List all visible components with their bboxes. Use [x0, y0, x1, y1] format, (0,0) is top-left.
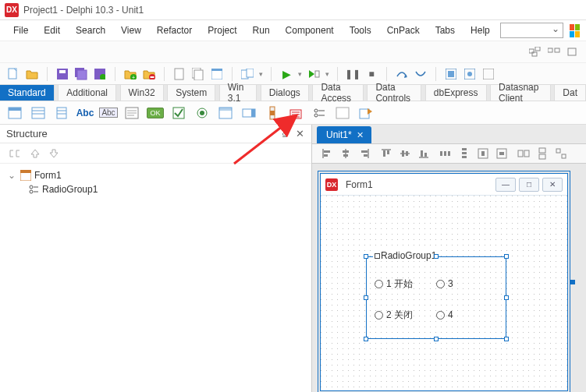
palette-scrollbar-icon[interactable]: [264, 104, 281, 122]
tree-node-radiogroup[interactable]: RadioGroup1: [28, 182, 304, 196]
palette-label-icon[interactable]: Abc: [76, 104, 94, 122]
menu-refactor[interactable]: Refactor: [150, 22, 199, 39]
palette-edit-icon[interactable]: Abc: [100, 104, 117, 122]
align-hcenter-icon[interactable]: [339, 147, 353, 161]
tab-datasnap-client[interactable]: Datasnap Client: [491, 85, 551, 101]
svg-text:+: +: [132, 75, 135, 79]
cnpack-extra-icon[interactable]: [481, 67, 495, 81]
open-folder-icon[interactable]: [25, 67, 39, 81]
same-size-icon[interactable]: [554, 147, 568, 161]
move-up-icon[interactable]: [30, 148, 41, 159]
menu-file[interactable]: File: [6, 22, 35, 39]
tab-system[interactable]: System: [168, 85, 215, 101]
pause-icon[interactable]: ❚❚: [346, 67, 360, 81]
palette-combobox-icon[interactable]: [240, 104, 257, 122]
menu-project[interactable]: Project: [201, 22, 243, 39]
align-left-icon[interactable]: [320, 147, 334, 161]
desktops-icon[interactable]: [528, 45, 542, 59]
tab-dbexpress[interactable]: dbExpress: [426, 85, 487, 101]
tab-unit1[interactable]: Unit1* ✕: [317, 126, 371, 143]
component-tabs: Standard Additional Win32 System Win 3.1…: [0, 84, 586, 101]
svg-point-30: [467, 72, 472, 76]
add-file-icon[interactable]: +: [123, 67, 137, 81]
expand-tree-icon[interactable]: [8, 148, 22, 159]
tree-collapse-icon[interactable]: ⌄: [8, 170, 17, 181]
run-dropdown-icon[interactable]: ▾: [298, 70, 302, 78]
center-v-form-icon[interactable]: [495, 147, 509, 161]
run-icon[interactable]: ▶: [279, 67, 293, 81]
palette-button-icon[interactable]: OK: [147, 104, 164, 122]
tab-data-access[interactable]: Data Access: [313, 85, 363, 101]
tab-dialogs[interactable]: Dialogs: [261, 85, 309, 101]
menu-view[interactable]: View: [114, 22, 148, 39]
svg-rect-48: [219, 108, 232, 111]
close-icon[interactable]: ✕: [294, 128, 305, 139]
stop-icon[interactable]: ■: [364, 67, 378, 81]
form-resize-handle-e[interactable]: [570, 280, 575, 284]
toggle-form-unit-icon[interactable]: [240, 67, 254, 81]
space-v-icon[interactable]: [457, 147, 471, 161]
remove-file-icon[interactable]: [142, 67, 156, 81]
align-bottom-icon[interactable]: [417, 147, 431, 161]
menu-cnpack[interactable]: CnPack: [380, 22, 427, 39]
svg-rect-97: [481, 151, 485, 156]
save-project-icon[interactable]: [93, 67, 107, 81]
center-h-form-icon[interactable]: [476, 147, 490, 161]
cnpack-wizard-icon[interactable]: [444, 67, 458, 81]
palette-popupmenu-icon[interactable]: [53, 104, 70, 122]
tab-win31[interactable]: Win 3.1: [220, 85, 257, 101]
svg-rect-61: [336, 108, 349, 118]
palette-memo-icon[interactable]: [123, 104, 140, 122]
align-top-icon[interactable]: [379, 147, 393, 161]
form-list-icon[interactable]: [210, 67, 224, 81]
menu-search[interactable]: Search: [69, 22, 112, 39]
step-over-icon[interactable]: [395, 67, 409, 81]
align-vcenter-icon[interactable]: [398, 147, 412, 161]
same-width-icon[interactable]: [517, 147, 531, 161]
palette-listbox-icon[interactable]: [217, 104, 234, 122]
new-unit-icon[interactable]: [172, 67, 186, 81]
tab-standard[interactable]: Standard: [0, 85, 55, 101]
windows-platform-icon[interactable]: [570, 24, 580, 37]
menu-tabs[interactable]: Tabs: [428, 22, 462, 39]
palette-panel-icon[interactable]: [334, 104, 351, 122]
run-nodebug-icon[interactable]: [307, 67, 321, 81]
space-h-icon[interactable]: [439, 147, 453, 161]
pin-icon[interactable]: ⫃: [279, 128, 289, 139]
palette-radiogroup-icon[interactable]: [311, 104, 328, 122]
menu-edit[interactable]: Edit: [37, 22, 67, 39]
new-file-icon[interactable]: [6, 67, 20, 81]
main-toolbar: + ▾ ▶ ▾ ▾ ❚❚ ■: [0, 62, 586, 84]
tree-node-form[interactable]: ⌄ Form1: [8, 168, 304, 182]
dropdown-chevron-icon[interactable]: ▾: [259, 70, 263, 78]
same-height-icon[interactable]: [535, 147, 549, 161]
palette-radiobutton-icon[interactable]: [194, 104, 211, 122]
tab-win32[interactable]: Win32: [121, 85, 164, 101]
tab-additional[interactable]: Additional: [59, 85, 116, 101]
file-list-icon[interactable]: [191, 67, 205, 81]
layout-save-icon[interactable]: [547, 45, 561, 59]
layout-combo[interactable]: [500, 23, 564, 38]
palette-groupbox-icon[interactable]: [287, 104, 304, 122]
tab-data-controls[interactable]: Data Controls: [368, 85, 421, 101]
menu-help[interactable]: Help: [463, 22, 497, 39]
menu-tools[interactable]: Tools: [343, 22, 378, 39]
form-designer-canvas[interactable]: DX Form1 — □ ✕ RadioGroup1 1 开始 3 2 关闭: [312, 164, 586, 392]
palette-checkbox-icon[interactable]: [170, 104, 187, 122]
move-down-icon[interactable]: [48, 148, 59, 159]
palette-mainmenu-icon[interactable]: [30, 104, 47, 122]
cnpack-config-icon[interactable]: [463, 67, 477, 81]
tab-close-icon[interactable]: ✕: [357, 130, 364, 140]
save-icon[interactable]: [55, 67, 69, 81]
layout-delete-icon[interactable]: [566, 45, 580, 59]
align-right-icon[interactable]: [357, 147, 371, 161]
tab-overflow[interactable]: Dat: [555, 85, 586, 101]
design-area: Unit1* ✕: [312, 125, 586, 392]
run-nodebug-dropdown-icon[interactable]: ▾: [325, 70, 329, 78]
palette-actionlist-icon[interactable]: [357, 104, 375, 122]
menu-component[interactable]: Component: [279, 22, 341, 39]
save-all-icon[interactable]: [74, 67, 88, 81]
menu-run[interactable]: Run: [246, 22, 277, 39]
palette-frames-icon[interactable]: [6, 104, 23, 122]
step-into-icon[interactable]: [414, 67, 428, 81]
